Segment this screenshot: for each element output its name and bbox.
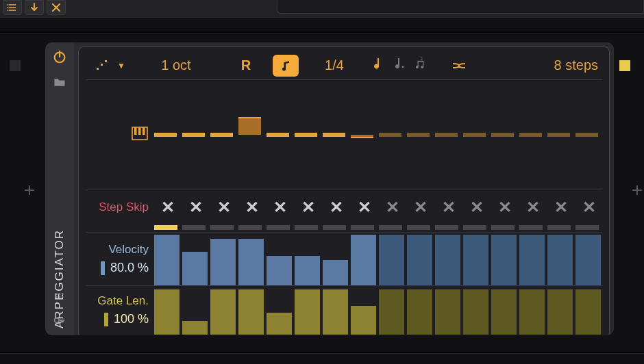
velocity-steps[interactable] [154,233,602,285]
close-button[interactable] [47,0,66,15]
key-icon[interactable] [53,313,66,330]
gate-step[interactable] [351,306,377,335]
svg-point-13 [62,294,64,296]
velocity-step[interactable] [182,252,209,285]
pitch-steps[interactable] [154,80,602,190]
step-indicator-lane [86,224,602,232]
velocity-step[interactable] [547,235,574,285]
preset-folder-button[interactable] [53,75,66,92]
gate-step[interactable] [435,289,462,335]
step-skip-steps[interactable]: ✕✕✕✕✕✕✕✕✕✕✕✕✕✕✕✕ [154,190,602,224]
octave-range[interactable]: 1 oct [128,51,224,79]
pitch-step[interactable] [295,80,321,190]
top-search-field[interactable] [277,0,644,14]
gate-step[interactable] [182,321,209,335]
pitch-step[interactable] [379,80,406,190]
step-skip-toggle[interactable]: ✕ [519,198,546,217]
velocity-step[interactable] [463,235,490,285]
velocity-step[interactable] [323,260,349,285]
step-skip-toggle[interactable]: ✕ [323,198,349,217]
pitch-step[interactable] [491,80,518,190]
velocity-step[interactable] [154,235,181,285]
velocity-step[interactable] [575,235,602,285]
gate-step[interactable] [519,289,546,335]
pitch-step[interactable] [238,80,265,190]
pitch-step[interactable] [351,80,377,190]
pitch-step[interactable] [547,80,574,190]
octave-label: 1 oct [161,57,190,73]
steps-count[interactable]: 8 steps [478,51,602,79]
step-skip-toggle[interactable]: ✕ [463,198,490,217]
velocity-step[interactable] [210,239,237,285]
velocity-step[interactable] [519,235,546,285]
add-device-before[interactable]: + [14,40,45,341]
gate-step[interactable] [210,289,237,335]
rate-mode-button[interactable] [268,51,304,79]
pitch-step[interactable] [210,80,237,190]
velocity-step[interactable] [435,235,462,285]
velocity-step[interactable] [491,235,518,285]
step-skip-toggle[interactable]: ✕ [210,198,237,217]
pattern-dropdown[interactable]: ▼ [114,51,128,79]
power-button[interactable] [52,49,67,67]
add-device-after[interactable]: + [630,40,644,341]
gate-step[interactable] [407,289,434,335]
step-skip-toggle[interactable]: ✕ [435,198,462,217]
step-skip-toggle[interactable]: ✕ [295,198,321,217]
step-indicator [182,225,209,230]
gate-step[interactable] [463,289,490,335]
drag-handle-icon[interactable] [53,290,66,307]
svg-point-15 [59,296,61,298]
list-button[interactable] [3,0,22,15]
step-skip-toggle[interactable]: ✕ [547,198,574,217]
velocity-step[interactable] [351,235,377,285]
step-skip-toggle[interactable]: ✕ [154,198,181,217]
pitch-step[interactable] [519,80,546,190]
velocity-step[interactable] [407,235,434,285]
gate-steps[interactable] [154,286,602,335]
pitch-step[interactable] [182,80,209,190]
gate-step[interactable] [547,289,574,335]
step-skip-toggle[interactable]: ✕ [491,198,518,217]
arrow-down-button[interactable] [25,0,44,15]
dotted-note-icon[interactable] [393,55,406,75]
pitch-step[interactable] [323,80,349,190]
gate-step[interactable] [575,289,602,335]
gate-step[interactable] [238,289,265,335]
top-toolbar [0,0,644,18]
triplet-note-icon[interactable]: 3 [414,55,428,75]
step-skip-toggle[interactable]: ✕ [182,198,209,217]
pitch-step[interactable] [435,80,462,190]
gate-step[interactable] [491,289,518,335]
device-body: ▼ 1 oct R 1/4 [74,42,614,335]
velocity-step[interactable] [267,256,293,285]
gate-step[interactable] [323,289,349,335]
step-skip-toggle[interactable]: ✕ [575,198,602,217]
gate-step[interactable] [154,289,181,335]
step-skip-toggle[interactable]: ✕ [267,198,293,217]
retrigger-button[interactable]: R [224,51,268,79]
pattern-mode-icon[interactable] [90,51,114,79]
step-skip-toggle[interactable]: ✕ [407,198,434,217]
velocity-step[interactable] [379,235,406,285]
pitch-step[interactable] [154,80,181,190]
rate-value[interactable]: 1/4 [304,51,365,79]
gate-step[interactable] [295,289,321,335]
bottom-divider [0,352,644,354]
pitch-step[interactable] [575,80,602,190]
velocity-step[interactable] [295,256,321,285]
straight-note-icon[interactable] [371,55,384,75]
gate-step[interactable] [379,289,406,335]
shuffle-button[interactable] [441,51,478,79]
step-indicator [351,225,377,230]
velocity-step[interactable] [238,239,265,285]
step-skip-toggle[interactable]: ✕ [351,198,377,217]
pitch-step[interactable] [267,80,293,190]
pitch-step[interactable] [463,80,490,190]
pitch-step[interactable] [407,80,434,190]
next-track-color-chip[interactable] [619,60,630,71]
svg-point-17 [55,318,60,323]
step-skip-toggle[interactable]: ✕ [238,198,265,217]
gate-step[interactable] [267,313,293,335]
step-skip-toggle[interactable]: ✕ [379,198,406,217]
